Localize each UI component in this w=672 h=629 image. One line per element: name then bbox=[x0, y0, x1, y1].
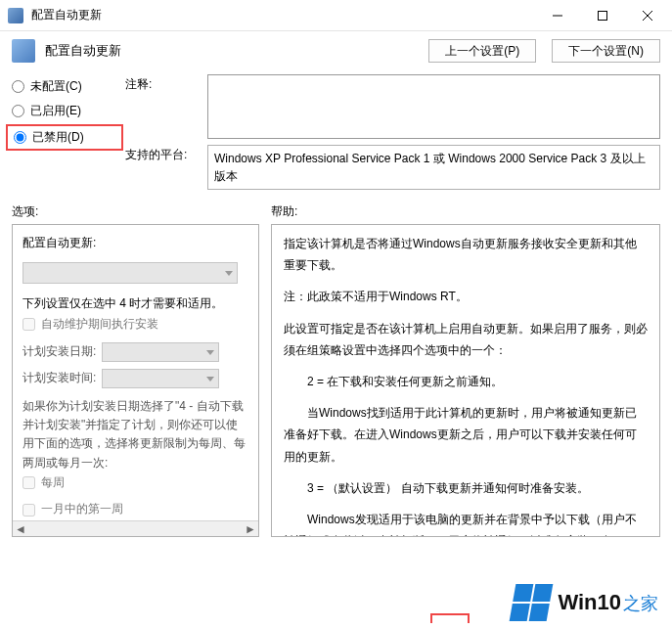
schedule-date-label: 计划安装日期: bbox=[22, 341, 96, 363]
window-title: 配置自动更新 bbox=[31, 7, 535, 23]
titlebar: 配置自动更新 bbox=[0, 0, 672, 31]
previous-setting-button[interactable]: 上一个设置(P) bbox=[428, 39, 536, 63]
options-panel: 配置自动更新: 下列设置仅在选中 4 时才需要和适用。 自动维护期间执行安装 计… bbox=[12, 224, 259, 537]
checkbox-weekly[interactable]: 每周 bbox=[22, 472, 248, 494]
options-paragraph: 如果你为计划安装日期选择了"4 - 自动下载并计划安装"并指定了计划，则你还可以… bbox=[22, 397, 248, 472]
comment-textarea[interactable] bbox=[207, 74, 660, 139]
radio-not-configured[interactable]: 未配置(C) bbox=[12, 78, 117, 95]
help-p6: 3 = （默认设置） 自动下载更新并通知何时准备安装。 bbox=[284, 477, 648, 499]
checkbox-first-week-label: 一月中的第一周 bbox=[41, 499, 123, 520]
help-p4: 2 = 在下载和安装任何更新之前通知。 bbox=[284, 371, 648, 392]
radio-disabled-label: 已禁用(D) bbox=[32, 129, 84, 146]
comment-label: 注释: bbox=[125, 74, 200, 139]
ok-button-highlight bbox=[430, 613, 470, 623]
scroll-right-icon[interactable]: ► bbox=[243, 521, 258, 536]
next-setting-button[interactable]: 下一个设置(N) bbox=[552, 39, 660, 63]
help-panel: 指定该计算机是否将通过Windows自动更新服务接收安全更新和其他重要下载。 注… bbox=[271, 224, 660, 537]
options-horizontal-scrollbar[interactable]: ◄ ► bbox=[13, 520, 258, 536]
radio-enabled-label: 已启用(E) bbox=[30, 103, 81, 119]
radio-disabled[interactable]: 已禁用(D) bbox=[14, 129, 115, 146]
header-row: 配置自动更新 上一个设置(P) 下一个设置(N) bbox=[0, 31, 672, 70]
watermark-brand: Win10 bbox=[558, 590, 621, 614]
watermark: Win10之家 bbox=[505, 580, 666, 625]
help-p5: 当Windows找到适用于此计算机的更新时，用户将被通知更新已准备好下载。在进入… bbox=[284, 402, 648, 468]
help-header: 帮助: bbox=[271, 203, 660, 220]
schedule-time-label: 计划安装时间: bbox=[22, 368, 96, 389]
options-header: 选项: bbox=[12, 203, 271, 220]
platform-label: 支持的平台: bbox=[125, 145, 200, 190]
options-note: 下列设置仅在选中 4 时才需要和适用。 bbox=[22, 293, 248, 315]
options-title: 配置自动更新: bbox=[22, 233, 248, 254]
radio-enabled[interactable]: 已启用(E) bbox=[12, 103, 117, 119]
help-p2: 注：此政策不适用于Windows RT。 bbox=[284, 286, 648, 307]
windows-logo-icon bbox=[510, 584, 554, 621]
schedule-time-select[interactable] bbox=[102, 369, 219, 388]
checkbox-auto-maintenance[interactable]: 自动维护期间执行安装 bbox=[22, 314, 248, 336]
update-mode-select[interactable] bbox=[22, 262, 238, 284]
state-radio-group: 未配置(C) 已启用(E) 已禁用(D) bbox=[12, 74, 117, 190]
schedule-date-select[interactable] bbox=[102, 342, 219, 362]
svg-rect-1 bbox=[599, 11, 607, 20]
policy-icon bbox=[12, 39, 35, 63]
supported-platform-text: Windows XP Professional Service Pack 1 或… bbox=[207, 145, 660, 190]
close-button[interactable] bbox=[625, 1, 670, 30]
checkbox-weekly-label: 每周 bbox=[41, 472, 65, 494]
maximize-button[interactable] bbox=[580, 1, 625, 30]
minimize-button[interactable] bbox=[535, 1, 580, 30]
help-p1: 指定该计算机是否将通过Windows自动更新服务接收安全更新和其他重要下载。 bbox=[284, 233, 648, 276]
page-title: 配置自动更新 bbox=[45, 42, 413, 60]
radio-not-configured-label: 未配置(C) bbox=[30, 78, 82, 95]
checkbox-auto-maintenance-label: 自动维护期间执行安装 bbox=[41, 314, 158, 336]
help-p7: Windows发现适用于该电脑的更新并在背景中予以下载（用户不被通知或在此过程中… bbox=[284, 509, 648, 537]
checkbox-first-week[interactable]: 一月中的第一周 bbox=[22, 499, 248, 520]
app-icon bbox=[8, 8, 23, 23]
scroll-left-icon[interactable]: ◄ bbox=[13, 521, 28, 536]
help-p3: 此设置可指定是否在该计算机上启用自动更新。如果启用了服务，则必须在组策略设置中选… bbox=[284, 318, 648, 361]
watermark-suffix: 之家 bbox=[623, 594, 658, 613]
